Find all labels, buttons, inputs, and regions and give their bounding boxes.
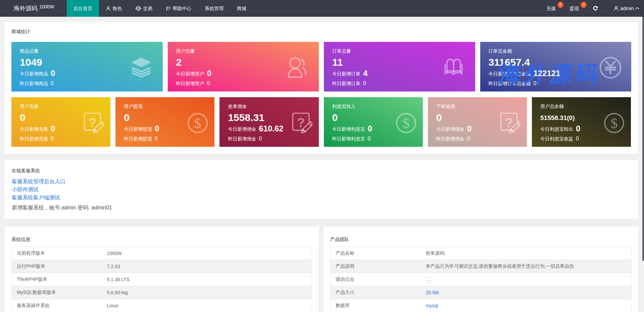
svg-text:$: $ (402, 115, 409, 131)
svg-text:$: $ (194, 115, 201, 131)
svg-text:$: $ (611, 115, 618, 131)
